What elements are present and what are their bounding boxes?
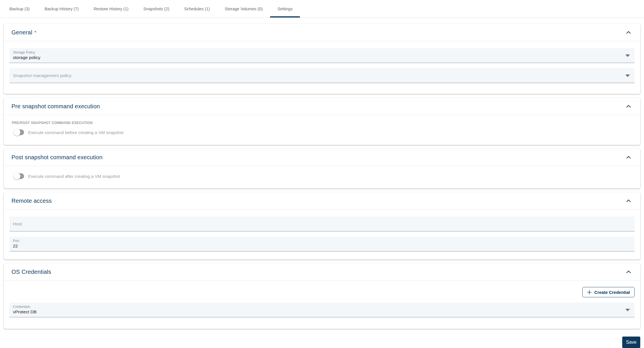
section-title-text: Post snapshot command execution <box>11 154 103 161</box>
tab-storage-volumes[interactable]: Storage Volumes (0) <box>217 0 270 17</box>
storage-policy-select[interactable]: Storage Policy storage policy <box>9 48 635 63</box>
section-post-snapshot: Post snapshot command execution Execute … <box>4 149 640 188</box>
settings-page: General * Storage Policy storage policy … <box>0 18 644 329</box>
section-title-text: Pre snapshot command execution <box>11 103 100 110</box>
tab-bar: Backup (3) Backup History (7) Restore Hi… <box>0 0 644 18</box>
save-button[interactable]: Save <box>622 337 640 348</box>
section-pre-snapshot-body: PRE/POST SNAPSHOT COMMAND EXECUTION Exec… <box>4 115 640 145</box>
section-title-remote-access: Remote access <box>11 198 52 204</box>
credentials-value: vProtect DB <box>13 309 37 314</box>
post-command-toggle-row: Execute command after creating a VM snap… <box>14 173 635 180</box>
dropdown-arrow-icon <box>625 54 630 57</box>
port-field: Port <box>9 237 635 251</box>
required-asterisk: * <box>34 30 37 36</box>
chevron-up-icon[interactable] <box>625 197 633 205</box>
tab-snapshots[interactable]: Snapshots (2) <box>136 0 177 17</box>
credentials-select[interactable]: Credentials vProtect DB <box>9 302 635 317</box>
pre-command-toggle-row: Execute command before creating a VM sna… <box>14 129 635 136</box>
section-os-credentials: OS Credentials Create Credential Credent… <box>4 263 640 329</box>
tab-schedules[interactable]: Schedules (1) <box>177 0 217 17</box>
credentials-label: Credentials <box>13 305 30 309</box>
tab-restore-history[interactable]: Restore History (1) <box>86 0 136 17</box>
snapshot-policy-select[interactable]: Snapshot management policy <box>9 68 635 83</box>
section-title-text: Remote access <box>11 198 52 204</box>
snapshot-policy-placeholder: Snapshot management policy <box>13 73 71 78</box>
create-credential-button[interactable]: Create Credential <box>582 287 635 297</box>
section-title-general: General * <box>11 29 36 36</box>
chevron-up-icon[interactable] <box>625 102 633 110</box>
chevron-up-icon[interactable] <box>625 153 633 161</box>
section-title-text: General <box>11 29 32 36</box>
section-title-post-snapshot: Post snapshot command execution <box>11 154 103 161</box>
pre-command-toggle[interactable] <box>14 129 24 135</box>
post-command-toggle-label: Execute command after creating a VM snap… <box>28 174 120 179</box>
section-general: General * Storage Policy storage policy … <box>4 24 640 94</box>
storage-policy-value: storage policy <box>13 55 40 60</box>
plus-icon <box>587 290 592 295</box>
section-os-credentials-body: Create Credential Credentials vProtect D… <box>4 281 640 329</box>
tab-settings[interactable]: Settings <box>270 0 300 17</box>
tab-backup[interactable]: Backup (3) <box>2 0 37 17</box>
port-input[interactable] <box>13 243 623 249</box>
section-post-snapshot-header: Post snapshot command execution <box>4 149 640 166</box>
storage-policy-label: Storage Policy <box>13 50 35 54</box>
section-general-header: General * <box>4 24 640 41</box>
section-pre-snapshot-header: Pre snapshot command execution <box>4 98 640 115</box>
create-credential-button-label: Create Credential <box>594 290 630 295</box>
section-pre-snapshot: Pre snapshot command execution PRE/POST … <box>4 98 640 145</box>
dropdown-arrow-icon <box>625 309 630 311</box>
save-row: Save <box>0 333 644 348</box>
tab-backup-history[interactable]: Backup History (7) <box>37 0 86 17</box>
section-title-pre-snapshot: Pre snapshot command execution <box>11 103 100 110</box>
post-command-toggle[interactable] <box>14 173 24 179</box>
section-title-os-credentials: OS Credentials <box>11 269 51 275</box>
pre-post-group-label: PRE/POST SNAPSHOT COMMAND EXECUTION <box>12 121 635 125</box>
section-post-snapshot-body: Execute command after creating a VM snap… <box>4 166 640 188</box>
section-remote-access-header: Remote access <box>4 192 640 210</box>
section-remote-access-body: Port <box>4 210 640 259</box>
toggle-thumb <box>13 173 20 180</box>
host-field <box>9 217 635 231</box>
chevron-up-icon[interactable] <box>625 28 633 36</box>
section-os-credentials-header: OS Credentials <box>4 263 640 281</box>
dropdown-arrow-icon <box>625 74 630 77</box>
section-general-body: Storage Policy storage policy Snapshot m… <box>4 41 640 94</box>
pre-command-toggle-label: Execute command before creating a VM sna… <box>28 130 124 135</box>
chevron-up-icon[interactable] <box>625 268 633 276</box>
section-remote-access: Remote access Port <box>4 192 640 259</box>
section-title-text: OS Credentials <box>11 269 51 275</box>
toggle-thumb <box>13 129 20 136</box>
create-credential-row: Create Credential <box>9 287 635 297</box>
host-input[interactable] <box>13 217 623 231</box>
port-label: Port <box>13 239 19 243</box>
